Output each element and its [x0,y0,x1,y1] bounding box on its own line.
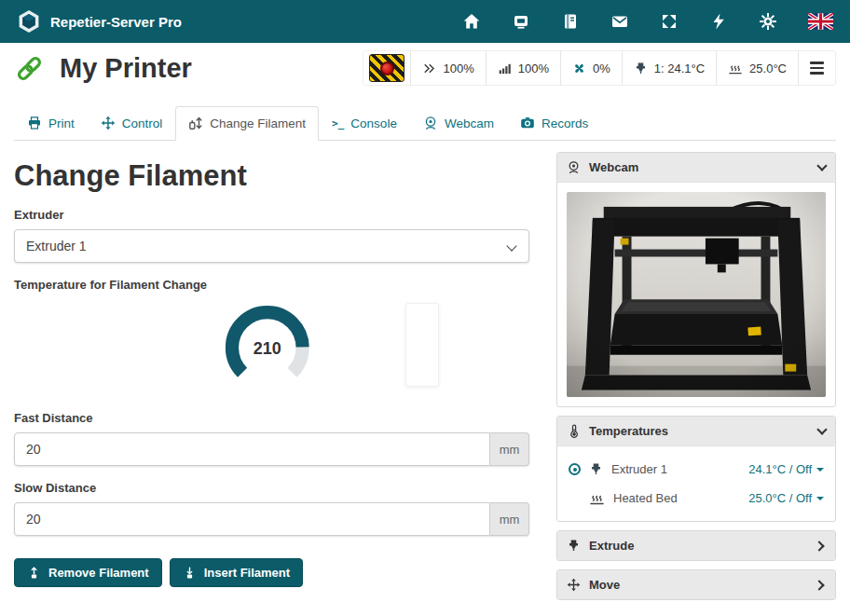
navbar-actions [462,12,833,31]
webcam-panel: Webcam [556,152,836,407]
repetier-logo-icon [17,9,41,34]
temperature-row-bed: Heated Bed 25.0°C / Off [569,484,824,513]
emergency-stop-button[interactable] [363,51,410,85]
printer-connected-link-icon [14,53,45,84]
extruder-temp-dropdown[interactable]: 24.1°C / Off [748,462,824,476]
flow-chip[interactable]: 100% [486,51,560,85]
extrude-panel: Extrude [556,530,836,561]
tab-control[interactable]: Control [88,106,176,141]
fast-distance-group: mm [14,432,529,466]
sidebar: Webcam [556,152,836,609]
temperature-spinner[interactable] [405,303,439,387]
messages-icon[interactable] [610,12,629,31]
temperature-row-extruder: Extruder 1 24.1°C / Off [569,455,824,484]
brand-title: Repetier-Server Pro [50,14,182,30]
speed-chip[interactable]: 100% [410,51,485,85]
print-icon [27,116,42,130]
temperature-value: 210 [253,339,281,358]
tab-records[interactable]: Records [507,106,601,141]
tab-console[interactable]: >_ Console [319,107,410,141]
page-title: My Printer [60,53,192,84]
temperature-label: Temperature for Filament Change [14,278,529,292]
extruder-select-wrap: Extruder 1 [14,229,529,263]
temperature-knob[interactable]: 210 [218,299,315,396]
printer-tabs: Print Control Change Filament >_ Console… [14,106,836,141]
flow-icon [498,62,512,75]
move-panel: Move [556,569,836,600]
speed-icon [422,62,436,75]
extruder-temp-value: 1: 24.1°C [654,62,705,75]
move-panel-header[interactable]: Move [557,570,835,599]
remove-filament-button[interactable]: Remove Filament [14,558,162,587]
chevron-right-icon [814,541,824,551]
printer-header: My Printer 100% 100% [0,43,850,93]
webcam-panel-header[interactable]: Webcam [557,153,835,182]
bed-temp-value: 25.0°C [749,62,787,75]
heated-bed-icon [589,490,605,506]
documentation-icon[interactable] [561,12,580,31]
extruder-select[interactable]: Extruder 1 [15,230,528,262]
extrude-panel-header[interactable]: Extrude [557,531,835,560]
language-flag-icon[interactable] [808,13,833,30]
temp-row-name: Extruder 1 [611,462,667,476]
change-filament-icon [188,116,203,130]
menu-icon [810,62,824,75]
power-bolt-icon[interactable] [709,12,728,31]
settings-gear-icon[interactable] [759,12,777,31]
speed-value: 100% [443,62,473,75]
thermometer-icon [567,424,581,438]
fan-value: 0% [593,62,610,75]
home-icon[interactable] [462,12,481,31]
slow-distance-group: mm [14,502,529,536]
fast-distance-label: Fast Distance [14,411,529,425]
brand[interactable]: Repetier-Server Pro [17,9,182,34]
tab-print[interactable]: Print [14,106,88,141]
filament-out-icon [27,566,41,580]
top-navbar: Repetier-Server Pro [0,0,850,43]
webcam-icon [567,160,581,174]
slow-distance-unit: mm [490,502,529,536]
extruder-label: Extruder [14,208,529,222]
temperature-gauge-row: 210 [14,299,529,396]
emergency-stop-icon [380,62,394,75]
webcam-stream [567,192,826,397]
extruder-chart-radio[interactable] [569,463,581,475]
fast-distance-input[interactable] [14,432,490,466]
temp-row-name: Heated Bed [613,491,678,505]
webcam-icon [423,116,438,130]
flow-value: 100% [518,62,549,75]
extruder-temp-chip[interactable]: 1: 24.1°C [622,51,716,85]
chevron-right-icon [814,580,824,590]
caret-down-icon [816,468,824,472]
printer-status-bar: 100% 100% 0% 1: 24. [363,50,836,86]
change-filament-panel: Change Filament Extruder Extruder 1 Temp… [14,152,543,609]
filament-in-icon [183,566,197,580]
bed-temp-chip[interactable]: 25.0°C [716,51,798,85]
move-arrows-icon [567,578,581,592]
bed-temp-dropdown[interactable]: 25.0°C / Off [748,491,824,505]
control-move-icon [101,116,116,130]
apps-expand-icon[interactable] [660,12,679,31]
tab-webcam[interactable]: Webcam [410,106,507,141]
fast-distance-unit: mm [490,432,529,466]
chevron-down-icon [816,425,827,435]
printer-menu-button[interactable] [798,51,835,85]
printer-queue-icon[interactable] [512,12,530,31]
records-camera-icon [520,116,535,130]
tab-change-filament[interactable]: Change Filament [175,106,319,141]
caret-down-icon [816,497,824,500]
insert-filament-button[interactable]: Insert Filament [170,558,303,587]
temperatures-panel-header[interactable]: Temperatures [557,417,835,445]
console-icon: >_ [332,117,344,130]
extruder-nozzle-icon [567,539,581,553]
slow-distance-input[interactable] [14,502,490,536]
chevron-down-icon [816,160,827,171]
fan-chip[interactable]: 0% [560,51,622,85]
slow-distance-label: Slow Distance [14,481,529,495]
fan-icon [572,62,586,75]
section-title: Change Filament [14,159,543,193]
extruder-nozzle-icon [634,62,648,75]
extruder-nozzle-icon [589,462,603,476]
heated-bed-icon [728,61,743,75]
temperatures-panel: Temperatures Extruder 1 24.1°C / Off [556,416,836,522]
